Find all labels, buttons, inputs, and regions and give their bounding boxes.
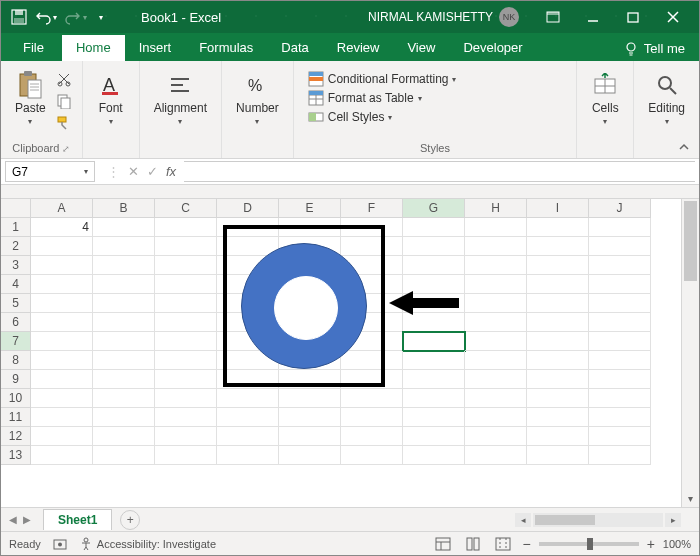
cell[interactable]	[217, 218, 279, 237]
cell[interactable]	[589, 275, 651, 294]
cell[interactable]	[527, 370, 589, 389]
cell[interactable]	[93, 427, 155, 446]
cell[interactable]	[465, 427, 527, 446]
page-layout-view-button[interactable]	[462, 535, 484, 553]
row-header[interactable]: 10	[1, 389, 31, 408]
cell[interactable]	[527, 218, 589, 237]
cell[interactable]	[279, 294, 341, 313]
cell[interactable]	[93, 389, 155, 408]
cancel-formula-button[interactable]: ✕	[128, 164, 139, 179]
cell[interactable]	[341, 389, 403, 408]
column-header[interactable]: A	[31, 199, 93, 218]
format-painter-button[interactable]	[56, 115, 74, 133]
cell[interactable]	[403, 351, 465, 370]
cell[interactable]	[31, 389, 93, 408]
cell[interactable]	[465, 351, 527, 370]
cell[interactable]	[31, 256, 93, 275]
normal-view-button[interactable]	[432, 535, 454, 553]
row-header[interactable]: 2	[1, 237, 31, 256]
fx-icon[interactable]: fx	[166, 164, 176, 179]
cell[interactable]	[93, 294, 155, 313]
scrollbar-thumb[interactable]	[535, 515, 595, 525]
sheet-next-button[interactable]: ▶	[23, 514, 31, 525]
cell[interactable]	[403, 256, 465, 275]
cell[interactable]	[341, 351, 403, 370]
save-icon[interactable]	[11, 9, 27, 25]
cell[interactable]	[403, 294, 465, 313]
cell[interactable]	[93, 313, 155, 332]
cell[interactable]	[217, 294, 279, 313]
dialog-launcher-icon[interactable]: ⤢	[62, 144, 70, 154]
sheet-prev-button[interactable]: ◀	[9, 514, 17, 525]
cell[interactable]	[589, 427, 651, 446]
cell[interactable]	[217, 427, 279, 446]
cell-styles-button[interactable]: Cell Styles ▾	[308, 109, 457, 125]
row-header[interactable]: 1	[1, 218, 31, 237]
cell[interactable]	[465, 256, 527, 275]
accessibility-status[interactable]: Accessibility: Investigate	[79, 537, 216, 551]
user-account[interactable]: NIRMAL KAMISHETTY NK	[368, 7, 519, 27]
cell[interactable]	[589, 446, 651, 465]
cell-grid[interactable]: ABCDEFGHIJ142345678910111213	[1, 199, 651, 507]
zoom-in-button[interactable]: +	[647, 536, 655, 552]
cell[interactable]	[403, 218, 465, 237]
cell[interactable]	[279, 275, 341, 294]
cell[interactable]	[403, 446, 465, 465]
select-all-corner[interactable]	[1, 199, 31, 218]
cell[interactable]	[217, 237, 279, 256]
cell[interactable]	[341, 294, 403, 313]
column-header[interactable]: I	[527, 199, 589, 218]
redo-button[interactable]: ▾	[65, 9, 87, 25]
page-break-view-button[interactable]	[492, 535, 514, 553]
column-header[interactable]: C	[155, 199, 217, 218]
cell[interactable]	[341, 218, 403, 237]
cell[interactable]	[279, 332, 341, 351]
cell[interactable]	[155, 446, 217, 465]
row-header[interactable]: 12	[1, 427, 31, 446]
number-button[interactable]: % Number ▾	[230, 67, 285, 130]
cell[interactable]	[279, 351, 341, 370]
cell[interactable]	[465, 237, 527, 256]
cell[interactable]	[527, 446, 589, 465]
zoom-slider[interactable]	[539, 542, 639, 546]
tell-me[interactable]: Tell me	[610, 36, 699, 61]
tab-developer[interactable]: Developer	[449, 35, 536, 61]
scroll-down-button[interactable]: ▾	[682, 489, 699, 507]
cell[interactable]	[31, 370, 93, 389]
cell[interactable]	[527, 408, 589, 427]
close-button[interactable]	[653, 1, 693, 33]
cell[interactable]	[527, 237, 589, 256]
cell[interactable]	[155, 256, 217, 275]
cell[interactable]	[217, 332, 279, 351]
cell[interactable]	[279, 427, 341, 446]
column-header[interactable]: H	[465, 199, 527, 218]
cell[interactable]	[31, 294, 93, 313]
conditional-formatting-button[interactable]: Conditional Formatting ▾	[308, 71, 457, 87]
cell[interactable]	[31, 332, 93, 351]
cell[interactable]	[93, 370, 155, 389]
format-as-table-button[interactable]: Format as Table ▾	[308, 90, 457, 106]
cell[interactable]	[527, 351, 589, 370]
cell[interactable]	[155, 294, 217, 313]
column-header[interactable]: J	[589, 199, 651, 218]
column-header[interactable]: G	[403, 199, 465, 218]
scrollbar-thumb[interactable]	[684, 201, 697, 281]
row-header[interactable]: 8	[1, 351, 31, 370]
cell[interactable]	[403, 408, 465, 427]
cell[interactable]	[465, 389, 527, 408]
cell[interactable]	[589, 332, 651, 351]
cell[interactable]	[155, 427, 217, 446]
minimize-button[interactable]	[573, 1, 613, 33]
cell[interactable]	[93, 237, 155, 256]
cell[interactable]	[341, 332, 403, 351]
tab-review[interactable]: Review	[323, 35, 394, 61]
zoom-level[interactable]: 100%	[663, 538, 691, 550]
cell[interactable]	[589, 408, 651, 427]
cell[interactable]	[155, 408, 217, 427]
cell[interactable]	[279, 256, 341, 275]
cell[interactable]: 4	[31, 218, 93, 237]
cell[interactable]	[527, 313, 589, 332]
cell[interactable]	[279, 370, 341, 389]
cell[interactable]	[93, 275, 155, 294]
scroll-left-button[interactable]: ◂	[515, 513, 531, 527]
